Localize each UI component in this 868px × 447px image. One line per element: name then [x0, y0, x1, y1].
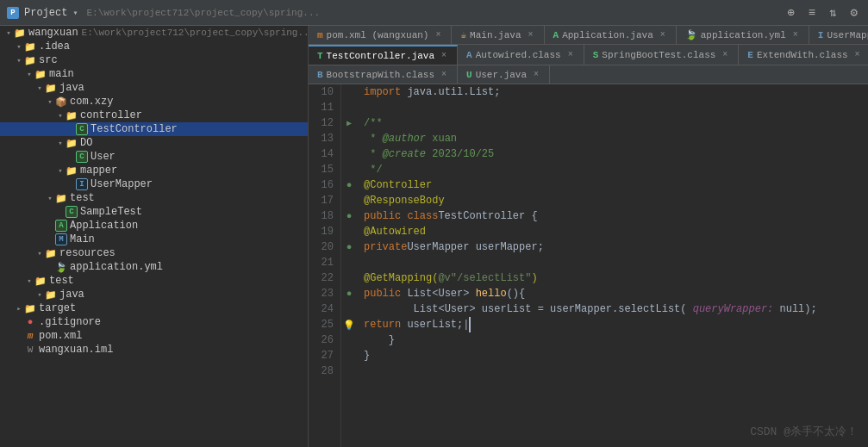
code-line: @ResponseBody [364, 193, 861, 208]
tab-SpringBootTest_class[interactable]: S SpringBootTest.class × [584, 45, 740, 65]
editor-area: m pom.xml (wangxuan) × ☕ Main.java × A A… [309, 26, 868, 447]
tree-item-wangxuan[interactable]: ▾ 📁 wangxuan E:\work\project712\project_… [0, 26, 308, 40]
tree-item-User[interactable]: C User [0, 150, 308, 164]
tree-item-java[interactable]: ▾ 📁 java [0, 288, 308, 301]
tree-file-icon: 📦 [55, 96, 67, 108]
fold-icon[interactable]: ▶ [347, 118, 352, 128]
gutter-indicator [341, 332, 357, 348]
tree-item-application_yml[interactable]: 🍃 application.yml [0, 260, 308, 274]
tree-arrow[interactable]: ▾ [34, 249, 45, 258]
tree-item-java[interactable]: ▾ 📁 java [0, 81, 308, 95]
tab-application_yml[interactable]: 🍃 application.yml × [677, 26, 809, 44]
tree-arrow[interactable]: ▾ [45, 194, 55, 203]
settings-icon[interactable]: ⚙ [847, 3, 861, 22]
tab-file-icon: T [317, 51, 323, 61]
tab-file-icon: U [466, 70, 472, 80]
tree-file-icon: 📁 [34, 275, 47, 287]
tree-item-_gitignore[interactable]: ● .gitignore [0, 315, 308, 329]
tab-close-button[interactable]: × [853, 49, 862, 60]
tree-item-controller[interactable]: ▾ 📁 controller [0, 109, 308, 122]
tree-item-UserMapper[interactable]: I UserMapper [0, 177, 308, 191]
tree-item-label: Main [70, 233, 95, 245]
tree-arrow[interactable]: ▾ [34, 290, 45, 300]
tree-file-icon: 📁 [34, 68, 47, 80]
tree-arrow[interactable]: ▾ [3, 28, 14, 38]
tab-Application_java[interactable]: A Application.java × [545, 26, 677, 44]
add-icon[interactable]: ⊕ [784, 3, 797, 22]
tree-arrow[interactable]: ▾ [14, 42, 24, 52]
line-number: 10 [315, 84, 334, 100]
watermark: CSDN @杀手不太冷！ [750, 425, 858, 440]
tree-item-target[interactable]: ▸ 📁 target [0, 301, 308, 315]
sort-icon[interactable]: ⇅ [826, 3, 840, 22]
tree-item-Application[interactable]: A Application [0, 219, 308, 233]
tree-arrow[interactable]: ▾ [24, 70, 34, 79]
tree-item-_idea[interactable]: ▾ 📁 .idea [0, 40, 308, 53]
breakpoint-icon[interactable]: ● [347, 242, 353, 252]
tree-arrow[interactable]: ▾ [24, 276, 34, 286]
code-line: @Controller [364, 177, 861, 193]
code-area[interactable]: 10111213141516171819202122232425262728 ▶… [309, 84, 868, 447]
tab-UserMapper[interactable]: I UserMapper × [809, 26, 868, 44]
tab-ExtendWith_class[interactable]: E ExtendWith.class × [739, 45, 868, 65]
tab-close-button[interactable]: × [566, 49, 575, 60]
tab-label: application.yml [701, 30, 786, 40]
line-number: 17 [315, 193, 334, 208]
tree-item-wangxuan_iml[interactable]: W wangxuan.iml [0, 343, 308, 357]
breakpoint-icon[interactable]: ● [347, 211, 353, 221]
tab-close-button[interactable]: × [527, 29, 535, 40]
tab-close-button[interactable]: × [440, 69, 448, 80]
tree-file-icon: M [55, 233, 67, 245]
breakpoint-icon[interactable]: ● [347, 289, 353, 299]
tab-Main_java[interactable]: ☕ Main.java × [452, 26, 544, 44]
tree-item-test[interactable]: ▾ 📁 test [0, 191, 308, 205]
tree-arrow[interactable]: ▾ [55, 139, 66, 148]
tree-item-label: .idea [39, 40, 70, 53]
tree-arrow[interactable]: ▸ [14, 304, 24, 314]
tree-item-test[interactable]: ▾ 📁 test [0, 274, 308, 288]
tab-close-button[interactable]: × [434, 29, 442, 40]
tab-close-button[interactable]: × [659, 29, 667, 40]
code-content[interactable]: import java.util.List;/** * @author xuan… [357, 84, 868, 447]
tab-close-button[interactable]: × [721, 49, 729, 60]
tab-close-button[interactable]: × [440, 50, 448, 61]
tab-close-button[interactable]: × [532, 69, 540, 80]
tab-TestController_java[interactable]: T TestController.java × [309, 45, 458, 65]
tree-item-SampleTest[interactable]: C SampleTest [0, 205, 308, 219]
list-icon[interactable]: ≡ [805, 4, 819, 22]
line-number: 21 [315, 255, 334, 270]
tab-pom_xml__wangxuan_[interactable]: m pom.xml (wangxuan) × [309, 26, 452, 44]
breakpoint-icon[interactable]: ● [347, 180, 353, 190]
tab-User_java[interactable]: U User.java × [458, 65, 550, 84]
tree-item-label: Application [70, 220, 138, 232]
tab-Autowired_class[interactable]: A Autowired.class × [458, 45, 584, 65]
tree-file-icon: C [76, 151, 88, 163]
tab-label: BootstrapWith.class [327, 70, 434, 80]
tree-item-TestController[interactable]: C TestController [0, 122, 308, 136]
tree-item-DO[interactable]: ▾ 📁 DO [0, 136, 308, 150]
tree-item-mapper[interactable]: ▾ 📁 mapper [0, 164, 308, 177]
tree-arrow[interactable]: ▾ [45, 97, 55, 107]
tree-item-Main[interactable]: M Main [0, 233, 308, 246]
tab-BootstrapWith_class[interactable]: B BootstrapWith.class × [309, 65, 458, 84]
tree-arrow[interactable]: ▾ [55, 166, 66, 176]
dropdown-arrow[interactable]: ▾ [72, 8, 78, 18]
tab-close-button[interactable]: × [791, 29, 800, 40]
tree-item-label: wangxuan [28, 27, 78, 39]
tree-item-label: pom.xml [39, 330, 82, 342]
tree-arrow[interactable]: ▾ [34, 84, 45, 93]
tree-file-icon: 🍃 [55, 261, 67, 273]
tree-item-com_xzy[interactable]: ▾ 📦 com.xzy [0, 95, 308, 109]
tree-item-resources[interactable]: ▾ 📁 resources [0, 246, 308, 260]
tab-file-icon: A [553, 30, 559, 40]
tree-item-label: java [59, 289, 84, 301]
tree-item-pom_xml[interactable]: m pom.xml [0, 329, 308, 343]
tree-item-main[interactable]: ▾ 📁 main [0, 67, 308, 81]
tree-item-src[interactable]: ▾ 📁 src [0, 53, 308, 67]
lamp-icon[interactable]: 💡 [343, 320, 355, 331]
tree-arrow[interactable]: ▾ [55, 111, 66, 121]
tab-file-icon: 🍃 [685, 29, 697, 40]
tree-item-label: User [91, 151, 116, 163]
tree-file-icon: ● [24, 316, 36, 328]
tree-arrow[interactable]: ▾ [14, 56, 24, 65]
